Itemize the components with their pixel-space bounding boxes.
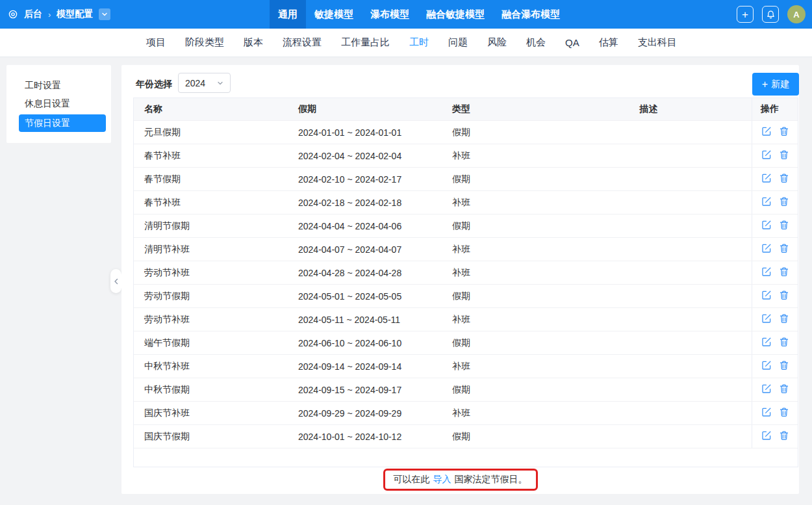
add-button[interactable]: + [737, 6, 754, 23]
edit-button[interactable] [761, 174, 772, 185]
topbar-tab[interactable]: 瀑布模型 [362, 0, 418, 29]
holiday-period-cell: 2024-02-04 ~ 2024-02-04 [288, 144, 442, 167]
topbar-tab[interactable]: 通用 [270, 0, 306, 29]
section-tab[interactable]: 项目 [136, 36, 175, 49]
delete-button[interactable] [779, 174, 789, 185]
topbar-actions: + A [737, 0, 806, 29]
column-header: 操作 [752, 98, 798, 120]
holiday-period-cell: 2024-06-10 ~ 2024-06-10 [288, 331, 442, 354]
holiday-period-cell: 2024-09-15 ~ 2024-09-17 [288, 378, 442, 401]
delete-button[interactable] [779, 338, 789, 348]
holiday-desc-cell [546, 261, 752, 284]
year-select-value: 2024 [185, 78, 205, 88]
section-tab[interactable]: 版本 [234, 36, 273, 49]
holiday-period-cell: 2024-04-28 ~ 2024-04-28 [288, 261, 442, 284]
section-tab[interactable]: 问题 [438, 36, 477, 49]
trash-icon [779, 383, 789, 396]
edit-button[interactable] [761, 385, 772, 395]
table-row: 国庆节补班2024-09-29 ~ 2024-09-29补班 [134, 401, 798, 424]
delete-button[interactable] [779, 221, 789, 231]
table-row: 春节补班2024-02-04 ~ 2024-02-04补班 [134, 144, 798, 167]
holiday-name-cell: 端午节假期 [134, 331, 288, 354]
breadcrumb-root[interactable]: 后台 [24, 8, 42, 20]
section-tab[interactable]: 支出科目 [628, 36, 687, 49]
delete-button[interactable] [779, 244, 789, 255]
holiday-desc-cell [546, 144, 752, 167]
table-row: 清明节假期2024-04-04 ~ 2024-04-06假期 [134, 214, 798, 237]
delete-button[interactable] [779, 291, 789, 302]
edit-button[interactable] [761, 198, 772, 208]
holiday-desc-cell [546, 168, 752, 190]
create-button[interactable]: + 新建 [752, 73, 799, 96]
table-row: 清明节补班2024-04-07 ~ 2024-04-07补班 [134, 237, 798, 261]
section-tab[interactable]: 工作量占比 [331, 36, 400, 49]
delete-button[interactable] [779, 361, 789, 372]
import-link[interactable]: 导入 [433, 474, 451, 486]
section-tab[interactable]: 阶段类型 [175, 36, 234, 49]
delete-button[interactable] [779, 432, 789, 442]
edit-button[interactable] [761, 408, 772, 419]
edit-button[interactable] [761, 151, 772, 161]
topbar-tab[interactable]: 敏捷模型 [306, 0, 362, 29]
delete-button[interactable] [779, 385, 789, 395]
holiday-type-cell: 假期 [442, 378, 546, 401]
section-tab[interactable]: 流程设置 [273, 36, 331, 49]
delete-button[interactable] [779, 198, 789, 208]
delete-button[interactable] [779, 315, 789, 325]
model-config-dropdown[interactable] [99, 8, 110, 20]
create-button-label: 新建 [771, 79, 789, 90]
edit-button[interactable] [761, 268, 772, 278]
holiday-period-cell: 2024-05-01 ~ 2024-05-05 [288, 285, 442, 307]
table-empty-space [134, 448, 798, 467]
topbar-tab[interactable]: 融合瀑布模型 [493, 0, 568, 29]
section-tab[interactable]: 估算 [589, 36, 628, 49]
edit-button[interactable] [761, 361, 772, 372]
edit-button[interactable] [761, 291, 772, 302]
year-select[interactable]: 2024 [178, 73, 231, 93]
delete-button[interactable] [779, 127, 789, 138]
delete-button[interactable] [779, 151, 789, 161]
sidebar-item[interactable]: 节假日设置 [19, 114, 106, 132]
chevron-down-icon [217, 80, 223, 86]
holiday-name-cell: 国庆节补班 [134, 402, 288, 424]
delete-button[interactable] [779, 408, 789, 419]
holiday-name-cell: 元旦假期 [134, 121, 288, 144]
sidebar-item[interactable]: 工时设置 [6, 78, 111, 94]
edit-button[interactable] [761, 244, 772, 255]
edit-icon [761, 243, 772, 255]
holiday-type-cell: 补班 [442, 144, 546, 167]
edit-button[interactable] [761, 432, 772, 442]
edit-button[interactable] [761, 338, 772, 348]
column-header: 描述 [546, 98, 752, 120]
topbar-tab[interactable]: 融合敏捷模型 [418, 0, 493, 29]
section-tab[interactable]: 风险 [477, 36, 516, 49]
trash-icon [779, 337, 789, 349]
section-tab[interactable]: QA [555, 37, 589, 48]
avatar[interactable]: A [787, 5, 806, 23]
sidebar-collapse-handle[interactable] [110, 269, 121, 293]
holiday-type-cell: 假期 [442, 285, 546, 307]
row-actions [752, 261, 798, 284]
plus-icon: + [762, 79, 768, 90]
holiday-type-cell: 假期 [442, 214, 546, 237]
trash-icon [779, 126, 789, 138]
sidebar-item[interactable]: 休息日设置 [6, 96, 111, 112]
delete-button[interactable] [779, 268, 789, 278]
chevron-left-icon [113, 278, 120, 285]
holiday-name-cell: 春节假期 [134, 168, 288, 190]
section-tab[interactable]: 工时 [400, 36, 438, 49]
note-text-before: 可以在此 [394, 474, 430, 486]
sidebar: 工时设置休息日设置节假日设置 [6, 65, 111, 143]
row-actions [752, 425, 798, 448]
notifications-button[interactable] [762, 6, 779, 23]
edit-button[interactable] [761, 221, 772, 231]
trash-icon [779, 149, 789, 162]
holiday-desc-cell [546, 425, 752, 448]
section-tab[interactable]: 机会 [516, 36, 555, 49]
edit-button[interactable] [761, 127, 772, 138]
edit-icon [761, 383, 772, 396]
chevron-down-icon [101, 11, 108, 18]
trash-icon [779, 220, 789, 232]
edit-button[interactable] [761, 315, 772, 325]
trash-icon [779, 290, 789, 302]
